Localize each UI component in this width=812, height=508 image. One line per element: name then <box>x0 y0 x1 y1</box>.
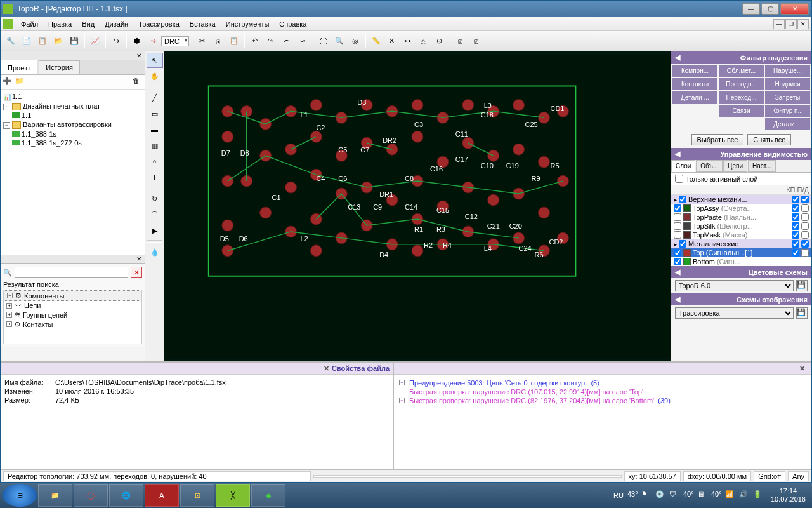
menu-edit[interactable]: Правка <box>43 19 77 29</box>
tool-redo-icon[interactable]: ↷ <box>263 34 278 49</box>
tray-shield-icon[interactable]: 🛡 <box>669 490 679 500</box>
search-result-item[interactable]: +⚙Компоненты <box>4 290 141 301</box>
titlebar[interactable]: TopoR - [Редактор ПП - 1.1.fsx ] — ▢ ✕ <box>1 1 811 17</box>
filter-wires[interactable]: Проводн... <box>719 78 764 90</box>
tool-zoom-fit-icon[interactable]: ⛶ <box>316 34 331 49</box>
tool-save-icon[interactable]: 💾 <box>67 34 82 49</box>
vtool-pan-icon[interactable]: ✋ <box>147 69 163 84</box>
tree-root[interactable]: 📊1.1 <box>3 92 142 102</box>
filter-keepouts[interactable]: Запреты <box>765 91 810 104</box>
tool-export-icon[interactable]: ↪ <box>108 34 124 49</box>
displayscheme-save-icon[interactable]: 💾 <box>796 307 808 319</box>
message-item[interactable]: +Предупреждение 5003: Цепь 'Сеть 0' соде… <box>398 378 808 387</box>
drc-combo[interactable]: DRC <box>161 36 189 46</box>
tool-redo2-icon[interactable]: ⤻ <box>295 34 310 49</box>
search-clear-button[interactable]: ✕ <box>131 267 142 278</box>
filter-copper[interactable]: Обл.мет... <box>719 65 764 77</box>
search-result-item[interactable]: +≋Группы цепей <box>4 310 141 319</box>
vis-tab-settings[interactable]: Наст... <box>748 160 776 172</box>
pcb-canvas[interactable]: L1L3L2L4 D3DR2DR1D4 D7D8D5D6 C2C5C7C3 C1… <box>164 51 671 361</box>
tree-variant1[interactable]: 1.1_388-1s <box>3 130 142 138</box>
task-topor[interactable]: ╳ <box>216 484 250 507</box>
select-all-button[interactable]: Выбрать все <box>691 134 744 145</box>
tray-lang[interactable]: RU <box>613 491 624 499</box>
tree-design-item[interactable]: 1.1 <box>3 111 142 120</box>
menu-view[interactable]: Вид <box>77 19 100 29</box>
tool-open-icon[interactable]: 📂 <box>51 34 66 49</box>
vtool-line-icon[interactable]: ╱ <box>147 90 163 105</box>
messages-body[interactable]: +Предупреждение 5003: Цепь 'Сеть 0' соде… <box>394 375 811 469</box>
filter-vias[interactable]: Переход... <box>719 91 764 104</box>
vis-tab-objects[interactable]: Объ... <box>696 160 723 172</box>
tool-paste-icon[interactable]: 📋 <box>226 34 242 49</box>
filter-violations[interactable]: Наруше... <box>765 65 810 77</box>
collapse-icon[interactable]: ◀ <box>675 53 680 62</box>
tree-folder-icon[interactable]: 📁 <box>15 77 25 87</box>
tool-doc-icon[interactable]: 📋 <box>35 34 50 49</box>
panel-close-icon[interactable]: ✕ <box>799 364 805 373</box>
search-input[interactable] <box>15 267 128 278</box>
tool-route-icon[interactable]: ⇝ <box>145 34 160 49</box>
layer-cb[interactable] <box>679 196 686 203</box>
tab-history[interactable]: История <box>39 60 80 74</box>
tool-branch-icon[interactable]: ⎌ <box>416 34 431 49</box>
message-item[interactable]: Быстрая проверка: нарушение DRC (107.015… <box>398 387 808 396</box>
task-diptrace[interactable]: ◆ <box>251 484 285 507</box>
status-any[interactable]: Any <box>788 471 809 481</box>
menu-file[interactable]: Файл <box>16 19 43 29</box>
layer-group-mech[interactable]: ▸Верхние механи... <box>671 195 811 204</box>
tool-wrench-icon[interactable]: 🔧 <box>3 34 18 49</box>
search-close-icon[interactable]: ✕ <box>134 255 144 262</box>
close-button[interactable]: ✕ <box>780 3 809 15</box>
tree-designs-folder[interactable]: −Дизайны печатных плат <box>3 102 142 111</box>
tray-flag-icon[interactable]: ⚑ <box>641 490 652 500</box>
filter-outline[interactable]: Контур п... <box>765 105 810 117</box>
search-result-item[interactable]: +⊙Контакты <box>4 319 141 329</box>
message-item[interactable]: +Быстрая проверка: нарушение DRC (82.197… <box>398 396 808 405</box>
vtool-text-icon[interactable]: T <box>147 170 163 185</box>
tree-add-icon[interactable]: ➕ <box>3 77 13 87</box>
task-opera[interactable]: ◯ <box>74 484 108 507</box>
vtool-select-icon[interactable]: ↖ <box>147 53 163 68</box>
pcb-view[interactable]: L1L3L2L4 D3DR2DR1D4 D7D8D5D6 C2C5C7C3 C1… <box>164 51 671 361</box>
tool-delete-icon[interactable]: ✕ <box>384 34 400 49</box>
search-result-item[interactable]: +〰Цепи <box>4 301 141 310</box>
search-results[interactable]: +⚙Компоненты +〰Цепи +≋Группы цепей +⊙Кон… <box>3 290 142 344</box>
colorscheme-select[interactable]: TopoR 6.0 <box>675 280 794 291</box>
task-pdf[interactable]: A <box>145 484 179 507</box>
collapse-icon[interactable]: ◀ <box>675 295 680 304</box>
vtool-keepout-icon[interactable]: ▥ <box>147 138 163 153</box>
tray-disk-icon[interactable]: 💿 <box>655 490 665 500</box>
menu-help[interactable]: Справка <box>274 19 311 29</box>
tool-copy-icon[interactable]: ⎘ <box>211 34 226 49</box>
tool-undo2-icon[interactable]: ⤺ <box>279 34 294 49</box>
vis-tab-nets[interactable]: Цепи <box>723 160 747 172</box>
collapse-icon[interactable]: ◀ <box>675 268 680 276</box>
tool-net-icon[interactable]: ⊶ <box>400 34 416 49</box>
tab-project[interactable]: Проект <box>1 60 37 74</box>
menu-insert[interactable]: Вставка <box>185 19 221 29</box>
displayscheme-select[interactable]: Трассировка <box>675 307 794 319</box>
maximize-button[interactable]: ▢ <box>761 3 779 15</box>
mdi-restore[interactable]: ❐ <box>785 19 797 29</box>
tray-clock[interactable]: 17:1410.07.2016 <box>767 487 809 504</box>
filter-connections[interactable]: Связи <box>719 105 764 117</box>
filter-pads[interactable]: Контакты <box>672 78 717 90</box>
vtool-rect-icon[interactable]: ▭ <box>147 106 163 121</box>
vtool-drop-icon[interactable]: 💧 <box>147 244 163 260</box>
deselect-all-button[interactable]: Снять все <box>747 134 791 145</box>
tray-temp1-icon[interactable]: 43° <box>627 490 638 500</box>
project-close-icon[interactable]: ✕ <box>134 52 144 59</box>
tool-undo-icon[interactable]: ↶ <box>247 34 263 49</box>
layer-group-metal[interactable]: ▸Металлические <box>671 239 811 248</box>
project-tree[interactable]: 📊1.1 −Дизайны печатных плат 1.1 −Вариант… <box>1 90 145 255</box>
tray-power-icon[interactable]: 🔋 <box>753 490 763 500</box>
tool-stop-icon[interactable]: ⬢ <box>129 34 145 49</box>
vtool-rotate-icon[interactable]: ↻ <box>147 191 163 206</box>
layer-row[interactable]: TopSilk (Шелкогр... <box>671 222 811 231</box>
only-active-checkbox[interactable] <box>675 175 683 183</box>
start-button[interactable]: ⊞ <box>3 484 37 507</box>
status-grid[interactable]: Grid:off <box>754 471 785 481</box>
filter-labels[interactable]: Надписи <box>765 78 810 90</box>
layer-row[interactable]: TopPaste (Паяльн... <box>671 213 811 222</box>
